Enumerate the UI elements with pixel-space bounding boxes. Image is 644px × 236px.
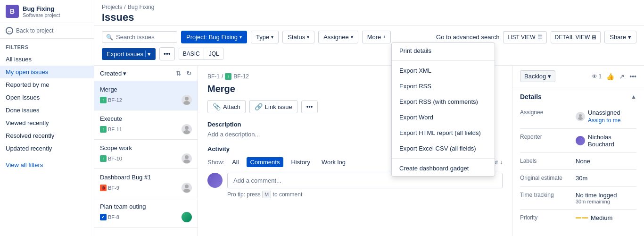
search-box[interactable]: 🔍 (102, 31, 177, 43)
sidebar-item-resolved-recently[interactable]: Resolved recently (0, 129, 94, 142)
issue-detail-id[interactable]: BF-12 (233, 73, 249, 80)
avatar (182, 183, 192, 193)
detail-view-button[interactable]: DETAIL VIEW ⊞ (551, 31, 601, 43)
backlog-button[interactable]: Backlog ▾ (520, 70, 555, 82)
right-panel-top: Backlog ▾ 👁 1 👍 ↗ ••• (512, 66, 644, 87)
filter-comments-button[interactable]: Comments (247, 157, 284, 167)
svg-point-7 (183, 189, 190, 193)
issue-item-bf9[interactable]: Dashboard Bug #1 🐞 BF-9 (94, 169, 198, 198)
refresh-icon[interactable]: ↻ (186, 69, 192, 77)
svg-point-4 (185, 155, 189, 159)
right-panel-icons: 👁 1 👍 ↗ ••• (592, 73, 636, 80)
details-title: Details (520, 93, 542, 101)
sidebar-item-reported-by-me[interactable]: Reported by me (0, 78, 94, 91)
chevron-down-icon: ▾ (628, 34, 631, 41)
sidebar-item-viewed-recently[interactable]: Viewed recently (0, 117, 94, 129)
dropdown-print-details[interactable]: Print details (392, 43, 495, 59)
dropdown-export-excel[interactable]: Export Excel CSV (all fields) (392, 141, 495, 156)
issue-id: ✓ BF-8 (100, 214, 119, 220)
breadcrumb-project[interactable]: Bug Fixing (128, 4, 155, 10)
issue-id-text: BF-8 (108, 214, 119, 220)
share-button[interactable]: Share ▾ (604, 31, 636, 43)
back-to-project-label: Back to project (16, 27, 53, 34)
breadcrumb-sep: / (222, 73, 223, 80)
view-toggle: BASIC JQL (179, 48, 223, 60)
filter-all-button[interactable]: All (228, 157, 242, 167)
filter-history-button[interactable]: History (287, 157, 314, 167)
issue-title: Execute (100, 115, 192, 122)
basic-view-button[interactable]: BASIC (179, 48, 204, 59)
issue-item-bf10[interactable]: Scope work ↑ BF-10 (94, 140, 198, 169)
go-to-advanced-search-link[interactable]: Go to advanced search (436, 34, 499, 41)
story-type-icon: ↑ (225, 73, 231, 80)
divider (520, 186, 636, 187)
export-label: Export issues (107, 51, 143, 58)
dropdown-export-rss-comments[interactable]: Export RSS (with comments) (392, 94, 495, 110)
list-view-button[interactable]: LIST VIEW ☰ (503, 31, 546, 43)
divider (520, 152, 636, 153)
issues-list-header: Created ▾ ⇅ ↻ (94, 66, 198, 81)
more-inline-button[interactable]: ••• (301, 101, 318, 113)
time-tracking-row: Time tracking No time logged 30m remaini… (520, 189, 636, 207)
details-collapse-icon[interactable]: ▲ (631, 93, 636, 100)
sort-chevron-icon: ▾ (123, 70, 126, 77)
dropdown-export-word[interactable]: Export Word (392, 110, 495, 125)
sidebar-item-updated-recently[interactable]: Updated recently (0, 142, 94, 155)
issue-meta: 🐞 BF-9 (100, 183, 192, 193)
back-icon: ← (6, 27, 13, 34)
breadcrumb-projects[interactable]: Projects (102, 4, 122, 10)
view-all-filters-link[interactable]: View all filters (0, 159, 94, 171)
jql-view-button[interactable]: JQL (205, 48, 223, 59)
reporter-value: Nicholas Bouchard (576, 134, 636, 148)
sidebar-item-done-issues[interactable]: Done issues (0, 104, 94, 117)
export-button[interactable]: Export issues ▾ (102, 48, 156, 60)
back-to-project-link[interactable]: ← Back to project (0, 23, 94, 39)
more-filter-button[interactable]: More + (362, 31, 391, 43)
share-icon[interactable]: ↗ (619, 73, 625, 80)
sidebar-item-my-open-issues[interactable]: My open issues (0, 66, 94, 78)
dropdown-export-rss[interactable]: Export RSS (392, 78, 495, 94)
dropdown-export-xml[interactable]: Export XML (392, 63, 495, 78)
dropdown-divider-2 (392, 158, 495, 159)
pro-tip-text: Pro tip: press (227, 191, 261, 198)
chevron-down-icon: ▾ (351, 34, 353, 40)
more-options-icon[interactable]: ••• (629, 73, 636, 80)
watch-button[interactable]: 👁 1 (592, 73, 602, 80)
assignee-filter-button[interactable]: Assignee ▾ (318, 31, 358, 43)
thumbs-up-icon[interactable]: 👍 (606, 73, 614, 80)
project-filter-button[interactable]: Project: Bug Fixing ▾ (181, 31, 247, 43)
issue-parent-id[interactable]: BF-1 (207, 73, 220, 80)
issue-item-bf8[interactable]: Plan team outing ✓ BF-8 (94, 198, 198, 228)
issue-id: ↑ BF-12 (100, 97, 122, 103)
original-estimate-value: 30m (576, 175, 587, 182)
avatar (182, 124, 192, 135)
issue-id: 🐞 BF-9 (100, 185, 119, 191)
priority-row: Priority Medium (520, 211, 636, 224)
divider (520, 209, 636, 210)
issue-item-bf11[interactable]: Execute ↑ BF-11 (94, 110, 198, 140)
pro-tip-suffix: to comment (273, 191, 303, 198)
sidebar-item-all-issues[interactable]: All issues (0, 53, 94, 66)
sort-by-label[interactable]: Created ▾ (100, 70, 126, 77)
paperclip-icon: 📎 (213, 103, 221, 110)
sort-icon[interactable]: ⇅ (176, 69, 182, 77)
dropdown-create-dashboard[interactable]: Create dashboard gadget (392, 160, 495, 176)
attach-button[interactable]: 📎 Attach (207, 100, 246, 113)
status-filter-label: Status (288, 34, 305, 41)
status-filter-button[interactable]: Status ▾ (282, 31, 314, 43)
reporter-avatar (576, 136, 585, 145)
sidebar: B Bug Fixing Software project ← Back to … (0, 0, 94, 236)
task-type-icon: ✓ (100, 214, 107, 220)
more-actions-button[interactable]: ••• (159, 47, 175, 60)
issue-item-bf12[interactable]: Merge ↑ BF-12 (94, 81, 198, 110)
project-filter-label: Project: Bug Fixing (186, 34, 238, 41)
filter-worklog-button[interactable]: Work log (318, 157, 349, 167)
sidebar-item-open-issues[interactable]: Open issues (0, 91, 94, 104)
link-issue-button[interactable]: 🔗 Link issue (249, 100, 297, 113)
type-filter-button[interactable]: Type ▾ (251, 31, 279, 43)
bug-type-icon: 🐞 (100, 185, 107, 191)
assign-to-me-link[interactable]: Assign to me (588, 117, 620, 124)
search-input[interactable] (116, 34, 173, 41)
dropdown-export-html[interactable]: Export HTML report (all fields) (392, 125, 495, 141)
sort-icon: ↓ (500, 159, 503, 166)
